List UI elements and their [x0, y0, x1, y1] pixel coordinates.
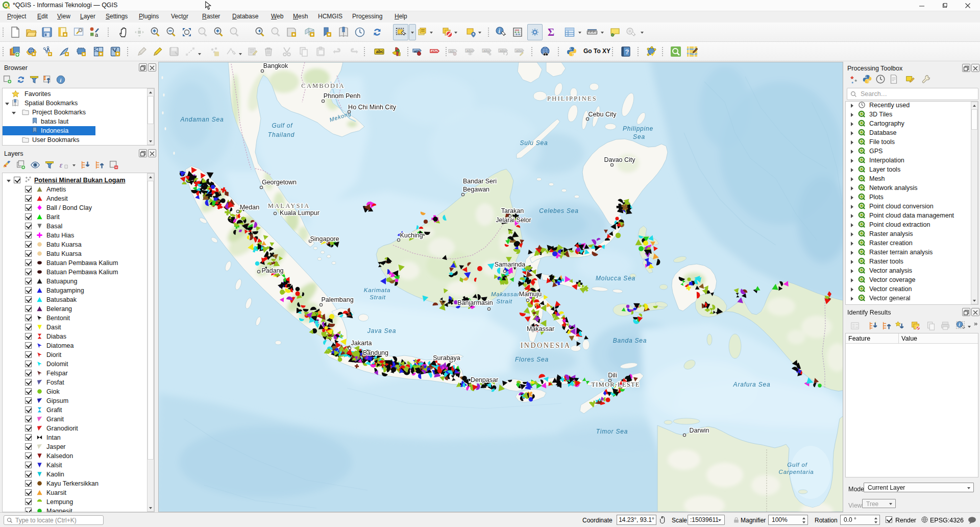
- svg-text:Begawan: Begawan: [463, 186, 489, 193]
- svg-text:Andaman Sea: Andaman Sea: [180, 116, 224, 123]
- svg-text:Gulf of: Gulf of: [272, 122, 293, 129]
- svg-text:i: i: [959, 322, 960, 327]
- svg-text:Medan: Medan: [240, 204, 259, 211]
- svg-text:Surabaya: Surabaya: [433, 354, 460, 362]
- svg-text:Cebu City: Cebu City: [589, 111, 617, 118]
- svg-text:abc: abc: [376, 49, 384, 54]
- svg-text:Bangkok: Bangkok: [263, 62, 288, 69]
- svg-text:Timor Sea: Timor Sea: [596, 428, 628, 435]
- svg-text:Celebes Sea: Celebes Sea: [539, 207, 579, 214]
- svg-text:ε: ε: [60, 161, 63, 169]
- svg-text:Jelarai Selor: Jelarai Selor: [496, 217, 531, 224]
- svg-text:?: ?: [625, 48, 629, 56]
- svg-text:Makassar: Makassar: [527, 325, 554, 332]
- svg-text:Georgetown: Georgetown: [262, 179, 297, 186]
- svg-text:Bandung: Bandung: [363, 349, 388, 356]
- svg-text:Java Sea: Java Sea: [367, 327, 396, 334]
- svg-text:abc: abc: [467, 49, 474, 53]
- svg-text:Ho Chi Minh City: Ho Chi Minh City: [348, 104, 397, 111]
- svg-text:Jakarta: Jakarta: [351, 340, 372, 347]
- svg-text:abc: abc: [500, 49, 507, 53]
- svg-text:Dili: Dili: [608, 372, 617, 379]
- svg-text:a: a: [95, 32, 99, 38]
- svg-text:Singapore: Singapore: [310, 235, 339, 243]
- svg-text:Bandar Seri: Bandar Seri: [463, 178, 497, 185]
- svg-text:INDONESIA: INDONESIA: [521, 342, 571, 349]
- svg-text:Kuala Lumpur: Kuala Lumpur: [280, 209, 320, 217]
- svg-text:Gulf of: Gulf of: [787, 462, 807, 468]
- svg-text:Sea: Sea: [633, 133, 645, 140]
- svg-text:Carpentaria: Carpentaria: [779, 469, 814, 475]
- svg-text:Karimata: Karimata: [364, 287, 390, 293]
- svg-text:Philippine: Philippine: [623, 125, 653, 132]
- svg-text:Σ: Σ: [548, 27, 554, 38]
- svg-text:Arafura Sea: Arafura Sea: [733, 381, 771, 388]
- svg-text:TIMOR-LESTE: TIMOR-LESTE: [591, 381, 640, 388]
- svg-text:PHILIPPINES: PHILIPPINES: [547, 95, 597, 102]
- svg-text:Darwin: Darwin: [690, 427, 709, 434]
- svg-text:Tarakan: Tarakan: [501, 207, 524, 214]
- svg-text:Samarinda: Samarinda: [495, 261, 525, 268]
- svg-text:Mamuju: Mamuju: [519, 291, 542, 298]
- svg-text:Denpasar: Denpasar: [471, 376, 498, 384]
- svg-text:abc: abc: [431, 49, 438, 54]
- svg-text:Molucca Sea: Molucca Sea: [596, 275, 635, 282]
- svg-text:Flores Sea: Flores Sea: [515, 356, 549, 363]
- svg-text:Makassar: Makassar: [491, 291, 520, 297]
- svg-text:MALAYSIA: MALAYSIA: [268, 202, 310, 209]
- svg-text:Strait: Strait: [370, 294, 386, 300]
- svg-text:Banjarmasin: Banjarmasin: [457, 299, 493, 306]
- svg-text:Sulu Sea: Sulu Sea: [520, 139, 548, 147]
- svg-text:Davao City: Davao City: [604, 156, 635, 163]
- svg-text:CAMBODIA: CAMBODIA: [301, 82, 345, 89]
- svg-text:Padang: Padang: [261, 267, 283, 274]
- svg-text:Strait: Strait: [496, 298, 512, 304]
- svg-text:Phnom Penh: Phnom Penh: [324, 92, 360, 100]
- svg-text:Palembang: Palembang: [321, 296, 353, 303]
- svg-text:Banda Sea: Banda Sea: [613, 337, 647, 344]
- svg-text:Kuching: Kuching: [400, 232, 423, 239]
- svg-text:Thailand: Thailand: [268, 131, 295, 138]
